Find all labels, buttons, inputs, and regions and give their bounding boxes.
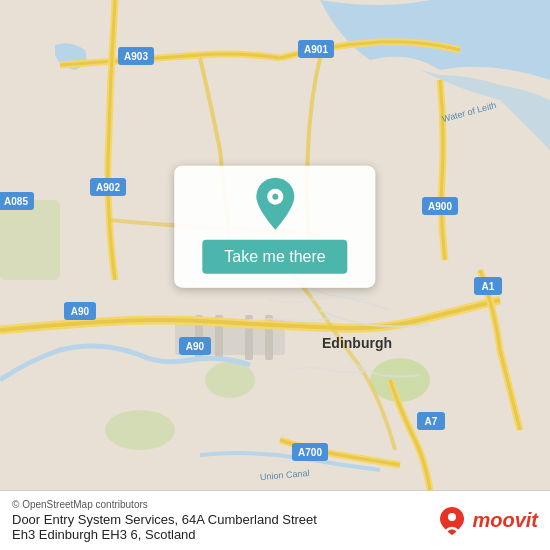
address-line-2: Eh3 Edinburgh EH3 6, Scotland — [12, 527, 317, 542]
moovit-icon — [436, 505, 468, 537]
map-container: A903 A901 A902 A900 A90 A90 A1 A7 A700 A… — [0, 0, 550, 490]
moovit-brand-label: moovit — [472, 509, 538, 532]
svg-text:A900: A900 — [428, 201, 452, 212]
svg-point-4 — [105, 410, 175, 450]
svg-text:A90: A90 — [71, 306, 90, 317]
svg-text:Edinburgh: Edinburgh — [322, 335, 392, 351]
location-pin-icon — [253, 176, 297, 232]
svg-text:A085: A085 — [4, 196, 28, 207]
map-popup: Take me there — [174, 166, 375, 288]
svg-text:A903: A903 — [124, 51, 148, 62]
map-attribution: © OpenStreetMap contributors — [12, 499, 317, 510]
svg-text:A90: A90 — [186, 341, 205, 352]
moovit-logo: moovit — [436, 505, 538, 537]
svg-rect-3 — [0, 200, 60, 280]
svg-text:A1: A1 — [482, 281, 495, 292]
take-me-there-button[interactable]: Take me there — [202, 240, 347, 274]
svg-point-34 — [272, 194, 278, 200]
svg-point-35 — [448, 513, 456, 521]
svg-text:A901: A901 — [304, 44, 328, 55]
svg-text:A902: A902 — [96, 182, 120, 193]
svg-text:A700: A700 — [298, 447, 322, 458]
info-bar: © OpenStreetMap contributors Door Entry … — [0, 490, 550, 550]
svg-point-2 — [205, 362, 255, 398]
popup-box: Take me there — [174, 166, 375, 288]
svg-point-1 — [370, 358, 430, 402]
info-text-block: © OpenStreetMap contributors Door Entry … — [12, 499, 317, 542]
address-line-1: Door Entry System Services, 64A Cumberla… — [12, 512, 317, 527]
svg-text:A7: A7 — [425, 416, 438, 427]
